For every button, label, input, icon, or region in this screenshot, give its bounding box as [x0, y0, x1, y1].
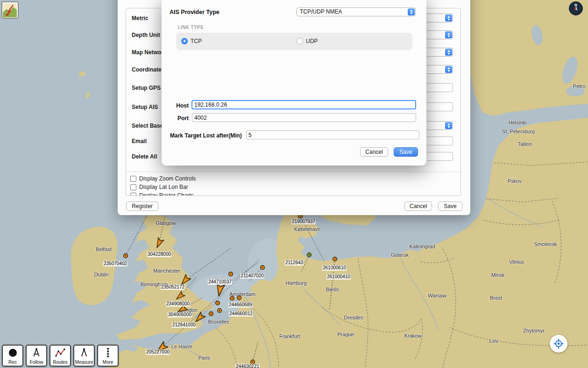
settings-save-button[interactable]: Save [438, 202, 462, 211]
toolbar-button-label: Rec [8, 360, 17, 365]
settings-row-label: Setup GPS [132, 83, 161, 93]
udp-radio[interactable] [297, 38, 303, 44]
settings-row-label: Select Base [132, 121, 163, 130]
host-input[interactable] [191, 100, 416, 109]
settings-row-label: Delete All [132, 152, 157, 161]
toolbar-button-label: Routes [53, 360, 68, 365]
record-icon [9, 349, 17, 357]
udp-radio-label: UDP [306, 38, 318, 44]
toolbar-button-label: Measure [75, 360, 93, 365]
toolbar-button-label: More [103, 360, 113, 365]
toolbar-button-label: Follow [30, 360, 43, 365]
select-stepper-icon [445, 31, 452, 38]
settings-row-label: Depth Unit [132, 30, 160, 40]
app-logo-button[interactable] [1, 1, 19, 19]
provider-selected-value: TCP/UDP NMEA [300, 8, 342, 16]
checkbox[interactable] [130, 184, 136, 190]
checkbox-label: Display Raster Charts [139, 192, 194, 196]
my-location-button[interactable] [550, 335, 567, 353]
link-type-panel: TCP UDP [176, 33, 412, 50]
port-label: Port [166, 115, 189, 122]
divider [126, 172, 460, 172]
settings-checkbox-row: Display Zoom Controls [130, 175, 196, 182]
more-icon [103, 346, 113, 359]
settings-row-label: Email [132, 137, 147, 146]
follow-icon [31, 347, 42, 358]
rec-button[interactable]: Rec [2, 345, 23, 367]
settings-cancel-button[interactable]: Cancel [404, 202, 432, 211]
measure-button[interactable]: Measure [73, 345, 95, 367]
checkbox[interactable] [130, 176, 136, 182]
settings-checkbox-row: Display Raster Charts [130, 192, 194, 196]
link-type-label: LINK TYPE [178, 25, 204, 30]
port-input[interactable] [192, 113, 416, 122]
ais-provider-type-label: AIS Provider Type [170, 9, 220, 15]
ais-provider-select[interactable]: TCP/UDP NMEA [297, 7, 416, 16]
select-stepper-icon [408, 8, 415, 15]
tcp-radio-label: TCP [191, 38, 202, 44]
routes-button[interactable]: Routes [50, 345, 71, 367]
mark-target-lost-input[interactable] [246, 130, 419, 139]
tcp-radio[interactable] [181, 38, 188, 44]
checkbox-label: Display Lat Lon Bar [139, 184, 188, 190]
map-toolbar: RecFollowRoutesMeasureMore [2, 345, 119, 367]
settings-row-label: Metric [132, 14, 148, 23]
select-stepper-icon [445, 49, 452, 56]
checkbox-label: Display Zoom Controls [139, 175, 196, 182]
map-stage: GlasgowBelfastDublinManchesterBirmingham… [0, 0, 588, 368]
select-stepper-icon [445, 66, 452, 73]
compass-north-icon[interactable]: N [568, 1, 583, 16]
mark-target-lost-label: Mark Target Lost after(Min) [170, 132, 244, 139]
ais-save-button[interactable]: Save [394, 147, 418, 157]
more-button[interactable]: More [97, 345, 119, 367]
register-button[interactable]: Register [126, 202, 158, 211]
follow-button[interactable]: Follow [26, 345, 47, 367]
settings-row-label: Coordinate [132, 65, 161, 74]
checkbox[interactable] [130, 193, 136, 196]
my-location-icon [553, 338, 564, 349]
ais-provider-modal: AIS Provider Type TCP/UDP NMEA LINK TYPE… [162, 0, 426, 166]
select-stepper-icon [445, 14, 452, 22]
settings-checkbox-row: Display Lat Lon Bar [130, 183, 188, 191]
chart-logo-icon [3, 3, 17, 17]
ais-cancel-button[interactable]: Cancel [360, 147, 388, 157]
settings-row-label: Setup AIS [132, 102, 158, 112]
select-stepper-icon [445, 122, 452, 129]
routes-icon [54, 347, 66, 358]
host-label: Host [166, 102, 189, 109]
measure-icon [78, 347, 90, 358]
